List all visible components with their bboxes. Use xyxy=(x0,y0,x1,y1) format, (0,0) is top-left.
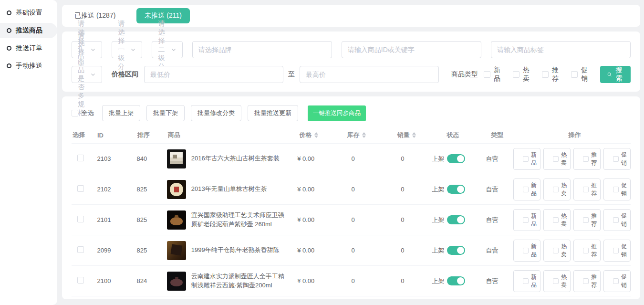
row-type: 自营 xyxy=(471,185,513,194)
checkbox-icon xyxy=(583,278,589,284)
op-button-new[interactable]: 新品 xyxy=(513,270,540,292)
batch-off-shelf-button[interactable]: 批量下架 xyxy=(146,105,185,121)
type-checkbox-promo[interactable]: 促销 xyxy=(571,66,588,83)
row-type: 自营 xyxy=(471,277,513,285)
op-button-hot[interactable]: 热卖 xyxy=(543,148,571,170)
checkbox-icon xyxy=(613,156,619,162)
row-checkbox[interactable] xyxy=(77,155,84,161)
max-price-input[interactable] xyxy=(300,66,439,83)
sidebar-item-push-orders[interactable]: 推送订单 xyxy=(0,41,57,56)
type-checkbox-recommend[interactable]: 推荐 xyxy=(542,66,559,83)
batch-edit-category-button[interactable]: 批量修改分类 xyxy=(191,105,241,121)
type-checkbox-new[interactable]: 新品 xyxy=(484,66,500,83)
op-button-recommend[interactable]: 推荐 xyxy=(573,209,601,231)
op-button-promo[interactable]: 促销 xyxy=(603,270,631,292)
op-button-new[interactable]: 新品 xyxy=(513,240,540,262)
table-body: 2103 840 2016年古六大茶山古树生茶套装 ¥ 0.00 0 0 上架 … xyxy=(72,143,631,299)
checkbox-icon xyxy=(484,71,490,78)
brand-input[interactable] xyxy=(192,41,332,58)
op-button-promo[interactable]: 促销 xyxy=(603,240,631,262)
op-button-recommend[interactable]: 推荐 xyxy=(573,240,601,262)
sidebar-item-push-products[interactable]: 推送商品 xyxy=(0,23,57,38)
price-sort-control[interactable]: 价格 xyxy=(300,131,318,139)
status-toggle[interactable] xyxy=(447,246,465,255)
op-button-hot[interactable]: 热卖 xyxy=(543,209,571,231)
op-button-recommend[interactable]: 推荐 xyxy=(573,270,601,292)
sort-carets-icon xyxy=(314,132,318,138)
multi-spec-select[interactable]: 请选择商品是否多规格 xyxy=(72,66,102,83)
row-type: 自营 xyxy=(471,246,513,255)
search-button[interactable]: 搜索 xyxy=(600,66,631,83)
batch-push-update-button[interactable]: 批量推送更新 xyxy=(248,105,298,121)
op-button-promo[interactable]: 促销 xyxy=(603,209,631,231)
status-toggle[interactable] xyxy=(447,154,465,163)
sidebar-item-basic-settings[interactable]: 基础设置 xyxy=(0,5,57,21)
op-button-hot[interactable]: 热卖 xyxy=(543,240,571,262)
table-row: 宜兴工艺美术师恽建军全手工原矿底 上架 新品 热卖 推荐 促 xyxy=(72,296,631,299)
checkbox-label: 推荐 xyxy=(552,66,559,83)
op-label: 促销 xyxy=(621,273,627,289)
checkbox-icon xyxy=(513,71,519,78)
checkbox-icon xyxy=(613,278,619,284)
status-toggle[interactable] xyxy=(447,185,465,194)
tag-input[interactable] xyxy=(491,41,631,58)
category2-select[interactable]: 请选择二级分类 xyxy=(152,41,182,58)
status-toggle[interactable] xyxy=(447,215,465,224)
op-button-promo[interactable]: 促销 xyxy=(603,148,631,170)
select-all-checkbox[interactable]: 全选 xyxy=(72,109,94,117)
tab-bar: 已推送 (1287) 未推送 (211) xyxy=(62,5,640,27)
status-label: 上架 xyxy=(432,155,444,163)
header-id: ID xyxy=(94,132,136,139)
sales-sort-control[interactable]: 销量 xyxy=(397,131,416,139)
category1-select[interactable]: 请选择一级分类 xyxy=(112,41,142,58)
checkbox-icon xyxy=(583,156,589,162)
checkbox-icon xyxy=(553,187,559,192)
op-button-hot[interactable]: 热卖 xyxy=(543,179,571,200)
row-type: 自营 xyxy=(471,155,513,163)
sidebar-item-label: 手动推送 xyxy=(16,62,42,70)
row-checkbox[interactable] xyxy=(77,216,84,222)
row-checkbox[interactable] xyxy=(77,246,84,253)
checkbox-icon xyxy=(523,217,529,223)
header-stock: 库存 xyxy=(330,131,383,139)
op-button-recommend[interactable]: 推荐 xyxy=(573,179,601,200)
op-button-recommend[interactable]: 推荐 xyxy=(573,148,601,170)
status-toggle[interactable] xyxy=(447,276,465,285)
one-click-sync-button[interactable]: 一键推送同步商品 xyxy=(308,105,366,121)
cell-select xyxy=(72,246,94,254)
op-button-new[interactable]: 新品 xyxy=(513,179,540,200)
row-id: 2102 xyxy=(94,186,135,193)
op-button-new[interactable]: 新品 xyxy=(513,209,540,231)
row-price: ¥ 0.00 xyxy=(285,155,327,162)
row-sales: 0 xyxy=(379,186,426,193)
min-price-input[interactable] xyxy=(144,66,283,83)
header-select: 选择 xyxy=(72,131,94,139)
row-checkbox[interactable] xyxy=(77,277,84,284)
row-sort: 825 xyxy=(135,247,166,254)
type-checkbox-hot[interactable]: 热卖 xyxy=(513,66,530,83)
op-label: 热卖 xyxy=(561,151,567,167)
op-label: 热卖 xyxy=(561,273,567,289)
stock-select[interactable]: 请选择售中库存 xyxy=(72,41,102,58)
batch-on-shelf-button[interactable]: 批量上架 xyxy=(102,105,140,121)
row-sort: 840 xyxy=(135,155,166,162)
stock-sort-control[interactable]: 库存 xyxy=(347,131,366,139)
radio-circle-icon xyxy=(7,11,11,15)
keyword-input[interactable] xyxy=(342,41,481,58)
checkbox-icon xyxy=(583,217,589,223)
row-stock: 0 xyxy=(327,186,379,193)
table-row: 2099 825 1999年纯干仓陈年老熟茶香甜陈 ¥ 0.00 0 0 上架 … xyxy=(72,235,631,265)
op-button-new[interactable]: 新品 xyxy=(513,148,540,170)
sidebar-item-label: 推送商品 xyxy=(16,26,42,35)
sidebar-item-manual-push[interactable]: 手动推送 xyxy=(0,58,57,74)
op-button-promo[interactable]: 促销 xyxy=(603,179,631,200)
op-button-hot[interactable]: 热卖 xyxy=(543,270,571,292)
op-label: 热卖 xyxy=(561,212,567,228)
op-label: 新品 xyxy=(531,181,537,198)
search-button-label: 搜索 xyxy=(614,66,623,83)
header-sales-label: 销量 xyxy=(397,131,410,139)
op-label: 推荐 xyxy=(591,181,597,198)
header-product: 商品 xyxy=(168,131,287,139)
row-checkbox[interactable] xyxy=(77,185,84,192)
tab-pushed[interactable]: 已推送 (1287) xyxy=(74,11,115,20)
